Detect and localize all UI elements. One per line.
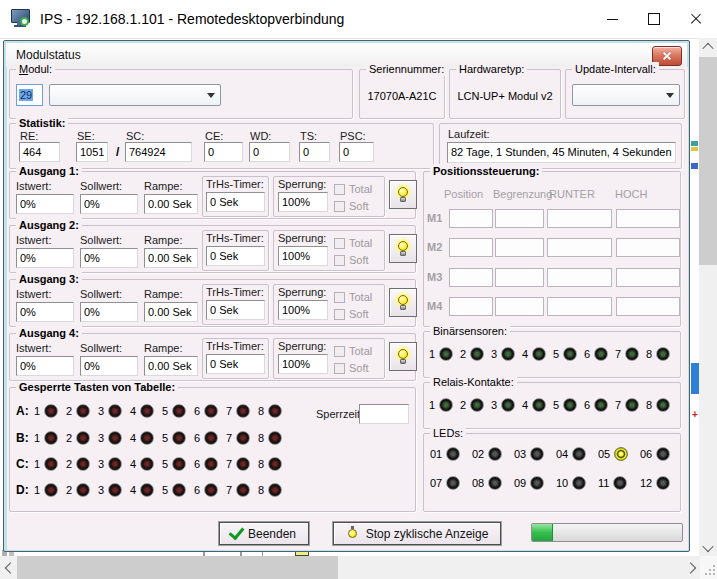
led-indicator-off [236,457,250,471]
stat-input-WD[interactable]: 0 [249,142,290,162]
led-indicator-off [172,404,186,418]
laufzeit-field[interactable]: 82 Tage, 1 Stunden, 45 Minuten, 4 Sekund… [447,142,676,163]
trhs-timer-input[interactable]: 0 Sek [206,246,265,266]
istwert-input[interactable]: 0% [16,194,74,214]
led-indicator-off [76,483,90,497]
rampe-label: Rampe: [144,288,183,300]
sollwert-input[interactable]: 0% [80,302,138,322]
sollwert-input[interactable]: 0% [80,194,138,214]
led-cell-8: 8 [258,404,290,418]
led-number: 7 [615,348,621,360]
pos-header-position: Position [444,188,483,200]
sollwert-input[interactable]: 0% [80,248,138,268]
led-cell-4: 4 [522,398,553,412]
lamp-button[interactable] [389,234,417,263]
sperrung-input[interactable]: 100% [278,192,328,212]
stat-input-PSC[interactable]: 0 [339,142,374,162]
stat-input-RE[interactable]: 464 [19,142,60,162]
led-indicator-off [656,347,670,361]
checkbox-total: Total [334,291,372,303]
led-number: 6 [194,484,200,496]
scroll-down-button[interactable] [699,539,717,556]
stat-input-SE[interactable]: 1051 [76,142,108,162]
lamp-button[interactable] [389,180,417,209]
rampe-input[interactable]: 0.00 Sek [144,302,198,322]
led-cell-08: 08 [472,476,514,490]
led-indicator-off [44,483,58,497]
istwert-input[interactable]: 0% [16,248,74,268]
beenden-button[interactable]: Beenden [219,522,309,545]
lamp-button[interactable] [389,288,417,317]
led-cell-4: 4 [130,483,162,497]
sperrung-input[interactable]: 100% [278,246,328,266]
pos-input-M4-4 [616,297,680,316]
led-number: 5 [162,458,168,470]
led-indicator-off [532,347,546,361]
led-number: 7 [226,432,232,444]
update-intervall-group: Update-Intervall: Normal [565,69,685,119]
stat-input-SC[interactable]: 764924 [125,142,192,162]
scroll-up-button[interactable] [699,38,717,55]
update-intervall-combobox[interactable]: Normal [572,84,680,106]
vertical-scroll-thumb[interactable] [699,57,717,265]
pos-input-M2-4 [616,238,680,257]
led-indicator-off [470,347,484,361]
trhs-timer-label: TrHs-Timer: [206,178,264,190]
led-number: 1 [34,405,40,417]
rampe-input[interactable]: 0.00 Sek [144,356,198,376]
stat-label-CE: CE: [205,130,223,142]
minimize-button[interactable] [591,0,633,38]
scroll-left-button[interactable] [0,556,17,579]
trhs-timer-input[interactable]: 0 Sek [206,192,265,212]
pos-input-M3-1 [449,268,493,287]
led-indicator-off [656,447,670,461]
rampe-input[interactable]: 0.00 Sek [144,248,198,268]
istwert-input[interactable]: 0% [16,302,74,322]
sollwert-input[interactable]: 0% [80,356,138,376]
sperrung-input[interactable]: 100% [278,300,328,320]
led-indicator-off [488,476,502,490]
stat-input-CE[interactable]: 0 [204,142,243,162]
led-number: 8 [258,484,264,496]
led-indicator-off [530,447,544,461]
horizontal-scrollbar[interactable] [0,556,700,579]
istwert-input[interactable]: 0% [16,356,74,376]
modul-combobox[interactable]: 0 29 SFlur SS1 [49,84,221,106]
pos-input-M4-1 [449,297,493,316]
background-fragment [691,147,698,151]
led-indicator-off [140,457,154,471]
stat-input-TS[interactable]: 0 [299,142,330,162]
led-indicator-off [563,398,577,412]
lamp-button[interactable] [389,342,417,371]
modulstatus-dialog: Modulstatus Modul: 29 0 29 SFlur SS1 Ser… [3,40,690,552]
minimize-icon [607,19,618,20]
led-cell-2: 2 [460,398,491,412]
chevron-right-icon [684,562,695,573]
led-number: 7 [226,405,232,417]
sperrzeit-input[interactable] [359,404,409,424]
scroll-right-button[interactable] [683,556,700,579]
trhs-timer-label: TrHs-Timer: [206,232,264,244]
led-indicator-off [470,398,484,412]
trhs-timer-input[interactable]: 0 Sek [206,300,265,320]
close-button[interactable] [675,0,717,38]
horizontal-scroll-thumb[interactable] [17,556,338,579]
maximize-button[interactable] [633,0,675,38]
vertical-scrollbar[interactable] [699,38,717,556]
led-number: 07 [430,477,442,489]
stop-zyklische-anzeige-button[interactable]: Stop zyklische Anzeige [333,522,501,545]
led-indicator-off [594,347,608,361]
sperrung-input[interactable]: 100% [278,354,328,374]
trhs-timer-input[interactable]: 0 Sek [206,354,265,374]
resize-grip-icon[interactable] [703,563,715,575]
sperrung-subgroup: Sperrung: 100% Total Soft [273,338,385,379]
sollwert-label: Sollwert: [80,234,122,246]
modul-number-input[interactable]: 29 [16,84,43,106]
led-number: 8 [258,405,264,417]
rampe-input[interactable]: 0.00 Sek [144,194,198,214]
pos-header-hoch: HOCH [615,188,647,200]
led-indicator-off [268,483,282,497]
pos-row-label-M2: M2 [427,241,442,253]
led-indicator-off [204,483,218,497]
led-indicator-off [572,476,586,490]
